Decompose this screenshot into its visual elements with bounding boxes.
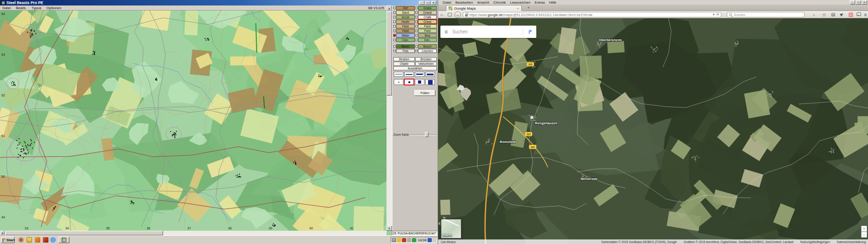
terrain-con-button[interactable]: Con. [396,38,415,42]
zoom-in-button[interactable]: + [861,226,867,232]
terrain-field-button[interactable]: Field [396,29,415,33]
ff-restore-button[interactable]: □ [856,0,861,5]
line-width-4-button[interactable] [425,72,435,77]
menu-hamburger-icon[interactable]: ≡ [864,12,867,17]
terrain-bog-button[interactable]: Bog [418,33,437,37]
ff-menu-lesezeichen[interactable]: Lesezeichen [510,0,530,5]
line-width-1-button[interactable] [394,72,403,77]
slider-track[interactable] [410,134,437,135]
bookmark-star-icon[interactable]: ☆ [822,12,826,18]
satellite-map[interactable]: 323323323OberbeisheimRemsfeldRengshausen… [438,18,868,244]
urlbar-dropdown-icon[interactable]: ▾ [713,13,715,16]
quicklaunch-app2-icon[interactable] [43,237,48,243]
privacy-link[interactable]: Datenschutzerklärung [837,240,866,244]
sb-menu-optionen[interactable]: Optionen [47,6,61,10]
veg-fels-button[interactable]: Fels [396,49,415,53]
terrain-dirt-button[interactable]: Dirt [396,6,415,10]
scroll-down-arrow-icon[interactable]: ▼ [386,226,392,231]
scroll-up-arrow-icon[interactable]: ▲ [386,5,392,11]
slider-thumb[interactable] [425,132,429,137]
tray-icon-2[interactable] [397,238,401,242]
quicklaunch-app3-icon[interactable] [50,237,56,243]
busch-chip[interactable] [415,45,418,48]
tray-icon-6[interactable] [428,238,432,242]
chalk-chip[interactable] [415,16,418,18]
ff-menu-bearbeiten[interactable]: Bearbeiten [455,0,473,5]
ff-menu-ansicht[interactable]: Ansicht [477,0,489,5]
terms-link[interactable]: Nutzungsbedingungen [800,240,830,244]
grass-chip[interactable] [415,21,418,23]
terrain-field-button[interactable]: Field [418,24,437,28]
taskbar-app-button[interactable] [58,237,69,243]
ff-minimize-button[interactable]: _ [850,0,855,5]
field-chip[interactable] [393,25,396,27]
chat-bubble-icon[interactable] [857,12,861,16]
ff-menu-extras[interactable]: Extras [535,0,545,5]
tray-icon-1[interactable]: F [392,238,396,242]
quicklaunch-firefox-icon[interactable] [18,237,24,243]
sand-chip[interactable] [393,11,396,14]
tray-icon-4[interactable] [407,238,411,242]
select-button[interactable]: Auswählen [393,66,437,70]
start-button[interactable]: Start [1,237,15,243]
new-tab-button[interactable]: + [525,5,532,11]
quicklaunch-app1-icon[interactable] [35,237,40,243]
ff-menu-chronik[interactable]: Chronik [493,0,506,5]
sb-menu-typus[interactable]: Typus [32,6,41,10]
scrub-chip[interactable] [393,16,396,18]
heath-chip[interactable] [393,21,396,23]
url-bar[interactable]: https://www.google.de/maps/@51.0129404,9… [463,12,721,17]
dot-size-7-button[interactable] [415,79,424,85]
ff-menu-datei[interactable]: Datei [443,0,451,5]
loschen-chip[interactable] [415,50,418,52]
bog-chip[interactable] [415,34,418,37]
fill-button[interactable]: Füllen [414,90,435,96]
sb-menu-datei[interactable]: Datei [2,6,11,10]
sb-restore-button[interactable]: □ [425,1,430,5]
sb-vertical-scrollbar[interactable]: ▲ ▼ [386,5,392,231]
map-type-toggle[interactable]: Karte [440,218,462,239]
sb-close-button[interactable]: × [431,1,436,5]
ff-menu-hilfe[interactable]: Hilfe [549,0,556,5]
scroll-left-arrow-icon[interactable]: ◄ [0,231,5,235]
line-width-3-button[interactable] [415,72,424,77]
directions-icon[interactable]: ↱ [528,29,532,35]
addon-red-icon[interactable] [848,12,853,17]
baum-chip[interactable] [393,45,396,48]
zoom-out-button[interactable]: − [861,232,867,238]
field-chip[interactable] [415,30,418,32]
veg-loschen-button[interactable]: Löschen [418,49,437,53]
terrain-gravel-button[interactable]: Gravel [418,11,437,15]
tool-vektorlinien-button[interactable]: Vektorlinien [415,62,437,66]
terrain-sand-button[interactable]: Sand [396,11,415,15]
home-icon[interactable]: ⌂ [440,12,443,17]
terrain-grass-button[interactable]: Grass [418,6,437,10]
tray-icon-5[interactable] [412,238,416,242]
tab-close-icon[interactable]: × [517,6,519,11]
sb-vscroll-thumb[interactable] [386,11,392,95]
quicklaunch-folder-icon[interactable] [26,237,32,243]
terrain-field-button[interactable]: Field [418,29,437,33]
dirt-chip[interactable] [393,7,396,9]
field-chip[interactable] [415,25,418,27]
field-chip[interactable] [393,30,396,32]
line-width-2-button[interactable] [404,72,414,77]
grass-chip[interactable] [415,7,418,9]
tool-brucken-button[interactable]: Brücken [415,57,437,61]
tab-groups-icon[interactable] [448,13,452,16]
downloads-icon[interactable]: ↓ [813,12,815,17]
tab-google-maps[interactable]: Google Maps × [446,5,522,11]
google-maps-viewport[interactable]: 323323323OberbeisheimRemsfeldRengshausen… [438,18,868,244]
ff-close-button[interactable]: × [862,0,867,5]
map-zoom-slider[interactable] [410,132,437,137]
reload-icon[interactable]: ⟳ [716,13,719,16]
sb-map-canvas[interactable]: 33343536373839404142545352515049 [0,11,386,231]
dot-size-4-button[interactable] [404,79,414,85]
con-chip[interactable] [393,39,396,41]
tool-strassen-button[interactable]: Straßen [393,57,415,61]
terrain-chalk-button[interactable]: Chalk [418,15,437,19]
terrain-scrub-button[interactable]: Scrub [396,15,415,19]
sb-horizontal-scrollbar[interactable]: ◄ [0,231,386,235]
dot-size-2-button[interactable] [394,79,403,85]
maps-search-card[interactable]: ≡ Suchen ↱ [440,26,536,38]
